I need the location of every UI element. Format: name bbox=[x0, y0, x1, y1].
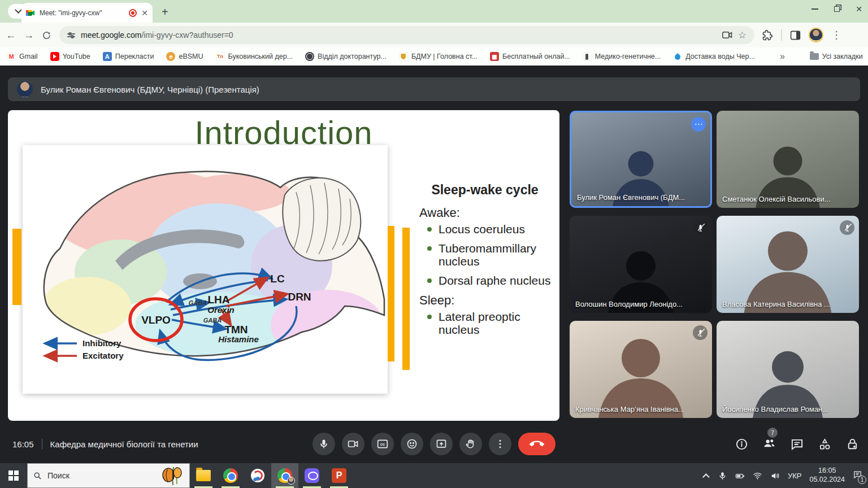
bookmark-qr-service[interactable]: ▦Бесплатный онлай... bbox=[490, 52, 570, 61]
bookmark-bdmu[interactable]: БДМУ | Головна ст... bbox=[399, 52, 478, 61]
svg-text:GABA: GABA bbox=[189, 299, 207, 306]
brain-diagram: VLPO LHA Orexin GABA GABA TMN Histamine … bbox=[31, 164, 387, 390]
system-tray: УКР 16:05 05.02.2024 1 bbox=[705, 463, 868, 488]
meeting-clock: 16:05 bbox=[12, 439, 34, 449]
restore-button[interactable] bbox=[834, 6, 840, 12]
participant-tile[interactable]: Власова Катерина Василівна ... bbox=[717, 216, 859, 313]
emblem-favicon-icon bbox=[399, 52, 408, 61]
activities-button[interactable] bbox=[818, 438, 831, 451]
participant-name: Кривчанська Мар’яна Іванівна... bbox=[575, 405, 684, 413]
meeting-details-icon[interactable] bbox=[735, 438, 748, 451]
close-window-button[interactable]: ✕ bbox=[856, 5, 862, 14]
extensions-icon[interactable] bbox=[762, 30, 773, 41]
bookmark-gmail[interactable]: MGmail bbox=[7, 52, 38, 61]
present-screen-button[interactable] bbox=[430, 433, 453, 455]
bookmarks-bar: MGmail YouTube AПерекласти eeBSMU TnБуко… bbox=[0, 47, 868, 66]
end-call-button[interactable] bbox=[518, 433, 555, 455]
more-options-button[interactable] bbox=[489, 433, 511, 455]
screen: Meet: "imi-gyvy-cxw" ✕ + ✕ ← → meet.goog… bbox=[0, 0, 868, 488]
bookmark-medical-genetic[interactable]: Медико-генетичне... bbox=[583, 52, 661, 61]
participant-name: Волошин Володимир Леонідо... bbox=[575, 300, 683, 308]
awake-label: Awake: bbox=[419, 206, 552, 220]
all-bookmarks-button[interactable]: Усі закладки bbox=[810, 53, 863, 60]
participant-tile[interactable]: ⋯ Булик Роман Євгенович (БДМ... bbox=[570, 111, 712, 208]
recording-indicator-icon bbox=[129, 9, 137, 17]
meeting-panels: 7 bbox=[735, 437, 859, 452]
battery-icon[interactable] bbox=[735, 471, 745, 481]
bookmark-translate[interactable]: AПерекласти bbox=[103, 52, 154, 61]
forward-button[interactable]: → bbox=[24, 29, 34, 41]
presentation-slide[interactable]: Introduction bbox=[8, 110, 559, 421]
participant-tile[interactable]: Кривчанська Мар’яна Іванівна... bbox=[570, 321, 712, 418]
viber-icon[interactable] bbox=[298, 463, 326, 488]
toolbar-divider bbox=[781, 29, 782, 41]
chat-button[interactable] bbox=[791, 438, 804, 451]
bookmarks-overflow-button[interactable]: » bbox=[780, 51, 785, 62]
participant-tile[interactable]: Волошин Володимир Леонідо... bbox=[570, 216, 712, 313]
host-controls-button[interactable] bbox=[846, 438, 859, 451]
start-button[interactable] bbox=[0, 463, 27, 488]
taskbar-search-box[interactable]: Поиск bbox=[27, 463, 190, 488]
microphone-button[interactable] bbox=[313, 433, 335, 455]
camera-button[interactable] bbox=[342, 433, 364, 455]
tray-clock[interactable]: 16:05 05.02.2024 bbox=[809, 467, 845, 484]
bookmark-star-icon[interactable]: ☆ bbox=[738, 29, 747, 41]
camera-in-use-icon[interactable] bbox=[722, 31, 732, 39]
profile-mini-avatar bbox=[287, 477, 295, 485]
svg-text:TMN: TMN bbox=[224, 324, 248, 336]
profile-avatar[interactable] bbox=[809, 28, 823, 42]
tab-close-button[interactable]: ✕ bbox=[141, 9, 148, 17]
tile-more-button[interactable]: ⋯ bbox=[691, 117, 706, 132]
browser-menu-button[interactable]: ⋮ bbox=[831, 29, 841, 41]
participant-tile[interactable]: Сметанюк Олексій Васильови... bbox=[717, 111, 859, 208]
sleep-list: Lateral preoptic nucleus bbox=[425, 310, 552, 336]
mic-off-icon bbox=[693, 325, 708, 340]
svg-text:DRN: DRN bbox=[288, 291, 311, 303]
folder-icon bbox=[810, 53, 819, 60]
captions-button[interactable]: cc bbox=[371, 433, 394, 455]
search-placeholder: Поиск bbox=[47, 471, 70, 480]
bookmark-bukovinsky[interactable]: TnБуковинський дер... bbox=[216, 52, 293, 61]
gmail-favicon-icon: M bbox=[7, 52, 16, 61]
language-indicator[interactable]: УКР bbox=[788, 472, 802, 480]
participant-name: Сметанюк Олексій Васильови... bbox=[722, 195, 831, 203]
reactions-button[interactable] bbox=[401, 433, 423, 455]
new-tab-button[interactable]: + bbox=[162, 6, 168, 18]
minimize-button[interactable] bbox=[811, 8, 818, 10]
list-item: Lateral preoptic nucleus bbox=[425, 310, 552, 336]
site-settings-icon[interactable] bbox=[67, 33, 75, 37]
svg-text:LC: LC bbox=[270, 273, 285, 285]
svg-text:Histamine: Histamine bbox=[218, 334, 259, 344]
svg-text:VLPO: VLPO bbox=[141, 314, 171, 326]
browser-tab[interactable]: Meet: "imi-gyvy-cxw" ✕ bbox=[21, 3, 153, 23]
participant-name: Власова Катерина Василівна ... bbox=[722, 300, 830, 308]
meet-control-bar: 16:05 Кафедра медичної біології та генет… bbox=[0, 425, 868, 463]
bookmark-ebsmu[interactable]: eeBSMU bbox=[166, 52, 203, 61]
back-button[interactable]: ← bbox=[6, 29, 16, 41]
bookmark-doctorate[interactable]: Відділ докторантур... bbox=[305, 52, 387, 61]
misc-app-icon[interactable] bbox=[244, 463, 271, 488]
meeting-name: Кафедра медичної біології та генетии bbox=[50, 439, 198, 449]
volume-icon[interactable] bbox=[770, 471, 780, 481]
participants-button[interactable]: 7 bbox=[763, 437, 776, 452]
side-panel-icon[interactable] bbox=[790, 30, 801, 41]
chrome-icon[interactable] bbox=[217, 463, 244, 488]
tray-microphone-icon[interactable] bbox=[718, 471, 727, 481]
browser-titlebar: Meet: "imi-gyvy-cxw" ✕ + ✕ bbox=[0, 0, 868, 23]
wifi-icon[interactable] bbox=[753, 471, 762, 481]
bookmark-water-delivery[interactable]: Доставка воды Чер... bbox=[673, 52, 755, 61]
chrome-active-icon[interactable] bbox=[271, 463, 298, 488]
participant-tile[interactable]: Йосипенко Владислав Роман... bbox=[717, 321, 859, 418]
tray-date: 05.02.2024 bbox=[809, 476, 845, 485]
address-bar[interactable]: meet.google.com/imi-gyvy-cxw?authuser=0 … bbox=[59, 26, 754, 44]
notification-center-button[interactable]: 1 bbox=[853, 470, 862, 482]
powerpoint-icon[interactable]: P bbox=[326, 463, 353, 488]
list-item: Tuberomammillary nucleus bbox=[425, 242, 552, 268]
tray-time: 16:05 bbox=[809, 467, 845, 476]
raise-hand-button[interactable] bbox=[459, 433, 482, 455]
file-explorer-icon[interactable] bbox=[190, 463, 217, 488]
svg-text:Inhibitory: Inhibitory bbox=[83, 338, 121, 348]
bookmark-youtube[interactable]: YouTube bbox=[50, 52, 90, 61]
meet-favicon-icon bbox=[26, 8, 35, 18]
reload-button[interactable] bbox=[42, 30, 51, 40]
